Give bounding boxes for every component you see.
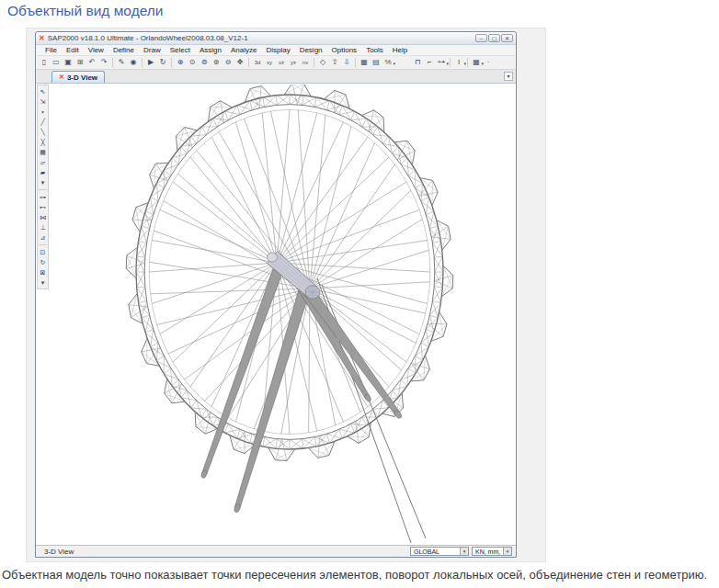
window-controls: –▢✕ bbox=[474, 34, 513, 42]
figure-caption: Объектная модель точно показывает точки … bbox=[2, 568, 718, 582]
menu-tools[interactable]: Tools bbox=[361, 46, 388, 54]
separator bbox=[171, 58, 172, 67]
refresh-window-icon[interactable]: ↻ bbox=[157, 57, 168, 68]
separator bbox=[39, 189, 47, 190]
separator bbox=[142, 58, 143, 67]
frame-section-icon[interactable]: Ι▾ bbox=[453, 57, 464, 68]
minimize-button[interactable]: – bbox=[475, 34, 487, 42]
snap-to-perpendicular-icon[interactable]: ⊥ bbox=[38, 222, 48, 232]
get-previous-selection-icon[interactable]: ↻ bbox=[38, 257, 48, 267]
quick-draw-link-icon[interactable]: ⊶▾ bbox=[436, 57, 447, 68]
sap2000-window: ✕ SAP2000 v18.1.0 Ultimate - OrlandoWhee… bbox=[35, 31, 517, 558]
separator bbox=[450, 58, 451, 67]
sap2000-logo-icon: ✕ bbox=[39, 35, 45, 42]
separator bbox=[314, 58, 314, 67]
separator bbox=[248, 58, 249, 67]
zoom-in-one-step-icon[interactable]: ⊛ bbox=[211, 57, 222, 68]
menu-assign[interactable]: Assign bbox=[195, 46, 226, 54]
zoom-out-one-step-icon[interactable]: ⊖ bbox=[223, 57, 234, 68]
perspective-toggle-icon[interactable]: ◇ bbox=[317, 57, 328, 68]
draw-more-icon[interactable]: ▾ bbox=[38, 177, 48, 187]
window-title: SAP2000 v18.1.0 Ultimate - OrlandoWheel2… bbox=[48, 34, 472, 42]
support-legs bbox=[200, 269, 403, 513]
menu-bar: FileEditViewDefineDrawSelectAssignAnalyz… bbox=[36, 45, 516, 56]
select-pointer-icon[interactable]: ⇖ bbox=[38, 86, 48, 96]
restore-button[interactable]: ▢ bbox=[488, 34, 500, 42]
page-title: Объектный вид модели bbox=[7, 3, 163, 19]
separator bbox=[112, 58, 113, 67]
menu-file[interactable]: File bbox=[40, 46, 62, 54]
lock-model-icon[interactable]: ◉ bbox=[128, 57, 139, 68]
quick-draw-frame-icon[interactable]: ⊓ bbox=[412, 57, 423, 68]
select-mode-more-icon[interactable]: ▾ bbox=[38, 277, 48, 288]
view-xz-icon[interactable]: xz bbox=[276, 57, 287, 68]
edit-grid-icon[interactable]: ▦ bbox=[359, 57, 370, 68]
restore-full-view-icon[interactable]: ⊙ bbox=[187, 57, 198, 68]
quick-draw-braces-icon[interactable]: ╳ bbox=[38, 137, 48, 147]
draw-frame-element-icon[interactable]: ╱ bbox=[38, 117, 48, 127]
select-all-icon[interactable]: ⊡ bbox=[38, 247, 48, 257]
new-model-icon[interactable]: ▯ bbox=[39, 57, 50, 68]
display-options-icon[interactable]: ▦▾ bbox=[471, 57, 482, 68]
more-tools-icon[interactable]: · bbox=[483, 57, 494, 68]
separator bbox=[39, 244, 47, 245]
snap-to-midpoints-icon[interactable]: ⊷ bbox=[38, 202, 48, 212]
menu-display[interactable]: Display bbox=[261, 46, 294, 54]
draw-poly-area-icon[interactable]: ▰ bbox=[38, 167, 48, 177]
undo-icon[interactable]: ↶ bbox=[86, 57, 97, 68]
menu-analyze[interactable]: Analyze bbox=[226, 46, 261, 54]
window-body: ⇖⇲•╱╲╳▦▱▰▾⊶⊷⋈⊥⊿⊡↻⊠▾ bbox=[36, 84, 516, 545]
view-nv-icon[interactable]: nv bbox=[300, 57, 311, 68]
separator bbox=[467, 58, 468, 67]
dropdown-arrow-icon: ▾ bbox=[446, 58, 449, 69]
tab-close-icon[interactable]: ✕ bbox=[59, 74, 64, 81]
redo-icon[interactable]: ↷ bbox=[98, 57, 109, 68]
snap-to-joints-icon[interactable]: ⊶ bbox=[38, 192, 48, 202]
assign-display-percent-icon[interactable]: %▾ bbox=[382, 57, 394, 68]
view-3d-icon[interactable]: 3d bbox=[252, 57, 263, 68]
select-reshape-icon[interactable]: ⇲ bbox=[38, 96, 48, 107]
close-button[interactable]: ✕ bbox=[501, 34, 513, 42]
menu-edit[interactable]: Edit bbox=[62, 46, 84, 54]
quick-draw-frame-icon[interactable]: ╲ bbox=[38, 127, 48, 137]
draw-joint-icon[interactable]: • bbox=[38, 107, 48, 117]
menu-draw[interactable]: Draw bbox=[139, 46, 165, 54]
quick-draw-wall-icon[interactable]: ⌐ bbox=[424, 57, 435, 68]
screenshot-figure: ✕ SAP2000 v18.1.0 Ultimate - OrlandoWhee… bbox=[26, 28, 546, 562]
previous-zoom-icon[interactable]: ⊚ bbox=[199, 57, 210, 68]
move-down-in-list-icon[interactable]: ⇩ bbox=[341, 57, 352, 68]
print-icon[interactable]: ⊞ bbox=[74, 57, 86, 68]
save-model-icon[interactable]: ▣ bbox=[63, 57, 74, 68]
pan-icon[interactable]: ✥ bbox=[234, 57, 245, 68]
tab-3d-view[interactable]: ✕ 3-D View bbox=[51, 71, 105, 83]
snap-to-intersections-icon[interactable]: ⋈ bbox=[38, 212, 48, 222]
view-tab-strip: ✕ 3-D View ▾ bbox=[36, 70, 516, 84]
draw-area-element-icon[interactable]: ▦ bbox=[38, 147, 48, 157]
dropdown-arrow-icon: ▾ bbox=[463, 58, 466, 69]
side-toolbar: ⇖⇲•╱╲╳▦▱▰▾⊶⊷⋈⊥⊿⊡↻⊠▾ bbox=[37, 85, 49, 289]
quick-draw-area-icon[interactable]: ▱ bbox=[38, 157, 48, 167]
menu-help[interactable]: Help bbox=[388, 46, 412, 54]
open-model-icon[interactable]: ▭ bbox=[51, 57, 62, 68]
menu-design[interactable]: Design bbox=[295, 46, 327, 54]
menu-options[interactable]: Options bbox=[327, 46, 362, 54]
run-analysis-icon[interactable]: ▶ bbox=[145, 57, 156, 68]
clear-selection-icon[interactable]: ⊠ bbox=[38, 267, 48, 277]
view-xy-icon[interactable]: xy bbox=[264, 57, 275, 68]
menu-define[interactable]: Define bbox=[108, 46, 139, 54]
model-canvas[interactable] bbox=[36, 85, 516, 545]
snapshot-icon[interactable]: ▤ bbox=[371, 57, 382, 68]
tab-label: 3-D View bbox=[67, 74, 97, 82]
wheel-model-drawing bbox=[36, 85, 516, 553]
separator bbox=[355, 58, 356, 67]
snap-to-lines-icon[interactable]: ⊿ bbox=[38, 232, 48, 243]
window-titlebar[interactable]: ✕ SAP2000 v18.1.0 Ultimate - OrlandoWhee… bbox=[36, 32, 516, 45]
draw-mode-icon[interactable]: ✎ bbox=[116, 57, 127, 68]
dropdown-arrow-icon: ▾ bbox=[393, 58, 395, 69]
view-yz-icon[interactable]: yz bbox=[288, 57, 299, 68]
tabstrip-overflow-dropdown[interactable]: ▾ bbox=[504, 72, 513, 81]
rubber-band-zoom-icon[interactable]: ⊕ bbox=[175, 57, 186, 68]
menu-select[interactable]: Select bbox=[165, 46, 195, 54]
menu-view[interactable]: View bbox=[84, 46, 108, 54]
move-up-in-list-icon[interactable]: ⇧ bbox=[329, 57, 340, 68]
